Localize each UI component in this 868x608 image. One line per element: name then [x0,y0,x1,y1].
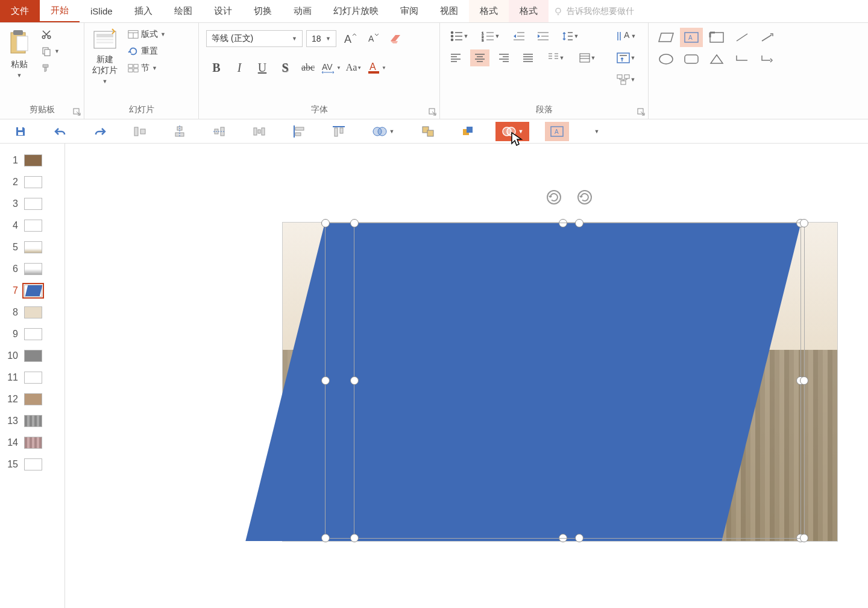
font-size-select[interactable]: 18▼ [306,30,336,47]
shape-textbox[interactable]: A [680,28,703,47]
slide-thumb-2[interactable] [24,176,42,188]
justify-button[interactable] [518,49,538,66]
italic-button[interactable]: I [229,58,250,77]
text-direction-button[interactable]: A▼ [612,28,639,45]
shape-arrow-line[interactable] [756,28,779,47]
font-name-select[interactable]: 等线 (正文)▼ [206,30,303,47]
tab-slideshow[interactable]: 幻灯片放映 [322,0,389,22]
format-painter-button[interactable] [39,62,62,75]
cut-button[interactable] [39,28,62,41]
more-commands-button[interactable]: ▼ [585,122,609,141]
font-color-button[interactable]: A▼ [366,58,387,77]
slide-thumb-6[interactable] [24,263,42,275]
text-box-button[interactable]: A [545,122,569,141]
layout-button[interactable]: 版式▼ [125,28,168,41]
tab-transition[interactable]: 切换 [243,0,283,22]
handle-se[interactable] [800,534,808,542]
slide-thumb-8[interactable] [24,306,42,318]
align-top-objects-button[interactable] [327,122,351,141]
slide-thumbnails-panel[interactable]: 1 2 3 4 5 6 7 8 9 10 11 12 13 14 15 [0,144,65,608]
handle-w[interactable] [350,376,359,385]
copy-button[interactable]: ▼ [39,45,62,58]
increase-font-button[interactable]: A [340,29,359,48]
thumb-row[interactable]: 6 [0,258,64,280]
font-dialog-launcher[interactable] [429,108,437,116]
shape-triangle[interactable] [705,49,728,69]
paragraph-dialog-launcher[interactable] [637,108,646,116]
align-middle-v-button[interactable] [207,122,231,141]
tab-islide[interactable]: iSlide [80,0,124,22]
handle-nw[interactable] [350,219,359,227]
shape-selection[interactable] [354,223,805,539]
shape-oval[interactable] [655,49,678,69]
handle-n[interactable] [575,219,583,227]
align-left-button[interactable] [446,49,465,66]
increase-indent-button[interactable] [533,28,552,45]
thumb-row[interactable]: 7 [0,280,64,302]
distribute-h-button[interactable] [247,122,271,141]
slide-thumb-9[interactable] [24,328,42,340]
thumb-row[interactable]: 8 [0,302,64,323]
tab-home[interactable]: 开始 [40,0,80,22]
decrease-indent-button[interactable] [509,28,528,45]
slide-thumb-5[interactable] [24,241,42,253]
slide-thumb-15[interactable] [24,458,42,470]
shape-roundrect[interactable] [680,49,703,69]
tab-view[interactable]: 视图 [429,0,469,22]
decrease-font-button[interactable]: A [363,29,382,48]
handle-w[interactable] [321,376,330,385]
slide-thumb-12[interactable] [24,393,42,405]
change-case-button[interactable]: Aa▼ [344,58,364,77]
line-spacing-button[interactable]: ▼ [557,28,583,45]
slide-thumb-1[interactable] [24,154,42,166]
handle-sw[interactable] [321,534,330,542]
undo-button[interactable] [48,122,72,141]
numbering-button[interactable]: 123▼ [477,28,504,45]
thumb-row[interactable]: 13 [0,410,64,432]
slide-thumb-7[interactable] [24,285,42,297]
align-left-objects-button[interactable] [287,122,311,141]
handle-nw[interactable] [321,219,330,227]
align-center-button[interactable] [470,49,489,66]
handle-sw[interactable] [350,534,359,542]
align-objects-button[interactable] [128,122,152,141]
thumb-row[interactable]: 9 [0,323,64,345]
new-slide-button[interactable]: 新建 幻灯片 ▼ [88,25,122,87]
bullets-button[interactable]: ▼ [446,28,473,45]
paste-button[interactable]: 粘贴 ▼ [4,25,35,81]
align-center-h-button[interactable] [168,122,192,141]
reset-button[interactable]: 重置 [125,45,168,58]
tab-format-picture[interactable]: 格式 [469,0,509,22]
tab-animation[interactable]: 动画 [283,0,322,22]
rotate-handle-2[interactable] [577,189,593,205]
thumb-row[interactable]: 11 [0,367,64,388]
handle-e[interactable] [800,376,808,385]
thumb-row[interactable]: 10 [0,345,64,367]
tab-insert[interactable]: 插入 [124,0,163,22]
section-button[interactable]: 节▼ [125,62,168,75]
slide-7[interactable] [282,222,838,542]
smartart-button[interactable]: ▼ [612,71,639,88]
shape-connector[interactable] [731,49,753,69]
thumb-row[interactable]: 4 [0,215,64,236]
bold-button[interactable]: B [206,58,227,77]
save-button[interactable] [8,122,33,141]
slide-thumb-11[interactable] [24,372,42,384]
slide-thumb-4[interactable] [24,220,42,232]
tab-draw[interactable]: 绘图 [163,0,203,22]
thumb-row[interactable]: 5 [0,236,64,258]
underline-button[interactable]: U [252,58,272,77]
align-right-button[interactable] [494,49,514,66]
shadow-button[interactable]: S [275,58,295,77]
slide-thumb-3[interactable] [24,198,42,210]
clear-format-button[interactable] [386,29,405,48]
thumb-row[interactable]: 14 [0,432,64,454]
shape-parallelogram[interactable] [655,28,678,47]
thumb-row[interactable]: 1 [0,150,64,171]
char-spacing-button[interactable]: AV▼ [321,58,341,77]
tab-format-shape[interactable]: 格式 [509,0,549,22]
shape-combine-button[interactable]: ▼ [366,122,400,141]
clipboard-dialog-launcher[interactable] [73,108,81,116]
thumb-row[interactable]: 12 [0,388,64,410]
group-objects-button[interactable] [416,122,440,141]
